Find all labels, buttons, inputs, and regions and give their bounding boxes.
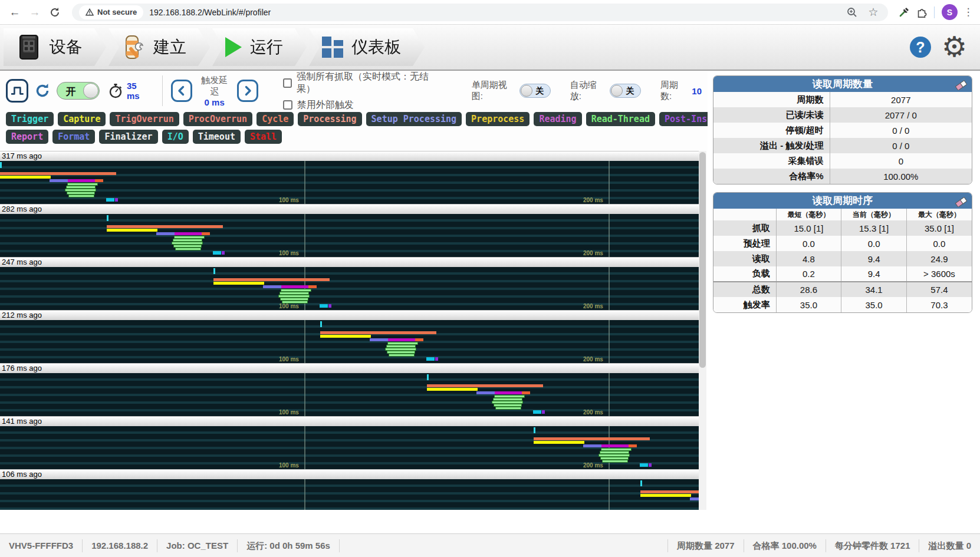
browser-toolbar: ← → Not secure 192.168.188.2/WebLink/#/p… xyxy=(0,0,980,25)
trigger-bar xyxy=(427,374,429,380)
stats-panel: 读取周期数量 周期数2077已读/未读2077 / 0停顿/超时0 / 0溢出 … xyxy=(708,71,980,533)
row-label: 周期数 xyxy=(713,92,830,107)
row-value: 57.4 xyxy=(906,282,972,297)
legend-badge-timeout[interactable]: Timeout xyxy=(193,130,241,144)
help-button[interactable]: ? xyxy=(910,37,931,58)
bookmark-star-icon[interactable]: ☆ xyxy=(866,5,881,20)
row-label: 已读/未读 xyxy=(713,107,830,123)
time-gridline xyxy=(609,320,610,363)
strip-chart-area: 100 ms200 ms xyxy=(0,161,699,204)
row-value: 35.0 [1] xyxy=(906,220,972,236)
legend-badge-report[interactable]: Report xyxy=(6,130,48,144)
legend-badge-setup-processing[interactable]: Setup Processing xyxy=(366,112,462,126)
nav-tab-device[interactable]: 设备 xyxy=(4,28,106,66)
legend-badge-preprocess[interactable]: Preprocess xyxy=(466,112,530,126)
legend-badge-format[interactable]: Format xyxy=(52,130,95,144)
legend-badge-reading[interactable]: Reading xyxy=(534,112,581,126)
eraser-icon[interactable] xyxy=(955,79,968,95)
legend-badge-cycle[interactable]: Cycle xyxy=(256,112,294,126)
row-value: 0 / 0 xyxy=(830,123,972,138)
status-item: 每分钟零件数 1721 xyxy=(826,539,919,552)
row-value: 15.0 [1] xyxy=(776,220,841,236)
setup-processing-bar xyxy=(263,285,281,288)
table-row: 抓取15.0 [1]15.3 [1]35.0 [1] xyxy=(713,220,972,236)
reading-bar xyxy=(388,338,415,341)
cycle-bar xyxy=(534,437,650,440)
legend-badge-processing[interactable]: Processing xyxy=(298,112,361,126)
row-value: 24.9 xyxy=(906,251,972,266)
row-value: 0.2 xyxy=(776,266,841,282)
cycle-bar xyxy=(427,384,543,387)
refresh-button[interactable] xyxy=(34,83,51,99)
browser-menu-icon[interactable]: ⋮ xyxy=(962,6,974,18)
profiler-pulse-button[interactable] xyxy=(6,79,28,103)
single-cycle-toggle[interactable]: 关 xyxy=(519,84,551,98)
setup-processing-bar xyxy=(156,232,175,235)
time-gridline xyxy=(609,214,610,257)
run-icon xyxy=(225,37,242,57)
not-secure-chip[interactable]: Not secure xyxy=(79,5,143,19)
dashboard-icon xyxy=(322,37,343,58)
cycles-count-value[interactable]: 10 xyxy=(692,86,702,96)
zoom-icon[interactable] xyxy=(844,5,860,20)
settings-gear-icon[interactable]: ⚙ xyxy=(942,33,967,61)
legend-badge-trigger[interactable]: Trigger xyxy=(6,112,54,126)
single-cycle-state: 关 xyxy=(535,86,544,97)
row-label: 合格率% xyxy=(713,169,830,184)
row-label: 总数 xyxy=(713,282,776,297)
setup-processing-bar xyxy=(476,391,495,394)
legend-badge-i-o[interactable]: I/O xyxy=(162,130,189,144)
nav-tab-run[interactable]: 运行 xyxy=(212,28,307,66)
post-inspection-bar xyxy=(542,410,545,414)
charts-scrollbar[interactable] xyxy=(699,151,706,510)
io-bar xyxy=(640,463,648,467)
time-gridline xyxy=(304,320,305,363)
extensions-icon[interactable] xyxy=(914,5,929,20)
time-gridline-label: 100 ms xyxy=(279,409,299,416)
profile-avatar[interactable]: S xyxy=(942,4,958,20)
row-label: 停顿/超时 xyxy=(713,123,830,138)
status-item: 周期数量 2077 xyxy=(667,539,744,552)
color-picker-icon[interactable] xyxy=(896,5,912,20)
status-item: 运行: 0d 0h 59m 56s xyxy=(238,539,340,552)
read-thread-bar xyxy=(495,407,521,410)
force-capture-checkbox[interactable] xyxy=(283,78,292,88)
back-button[interactable]: ← xyxy=(6,4,24,21)
legend-badge-procoverrun[interactable]: ProcOverrun xyxy=(183,112,252,126)
eraser-icon[interactable] xyxy=(955,196,968,212)
row-value: 28.6 xyxy=(776,282,841,297)
processing-bar xyxy=(522,391,530,394)
legend-badge-read-thread[interactable]: Read-Thread xyxy=(586,112,655,126)
legend-badge-capture[interactable]: Capture xyxy=(58,112,106,126)
strip-chart-area: 100 ms200 ms xyxy=(0,214,699,257)
nav-tab-dashboard[interactable]: 仪表板 xyxy=(309,28,425,66)
timeline-strip: 247 ms ago100 ms200 ms xyxy=(0,257,699,310)
time-gridline xyxy=(609,161,610,204)
row-value: 9.4 xyxy=(841,266,907,282)
disable-external-trigger-checkbox[interactable] xyxy=(283,100,292,110)
reload-button[interactable] xyxy=(46,4,64,21)
row-value: 0.0 xyxy=(841,236,907,251)
nav-tab-setup[interactable]: 建立 xyxy=(108,28,210,66)
legend-badge-finalizer[interactable]: Finalizer xyxy=(99,130,157,144)
address-bar[interactable]: Not secure 192.168.188.2/WebLink/#/profi… xyxy=(72,4,888,21)
delay-increase-button[interactable] xyxy=(237,80,258,102)
cycle-bar xyxy=(0,172,116,175)
capture-bar xyxy=(427,388,478,391)
scrollbar-thumb[interactable] xyxy=(699,152,706,368)
post-inspection-bar xyxy=(328,304,331,308)
processing-bar xyxy=(95,179,103,182)
run-toggle[interactable]: 开 xyxy=(57,82,100,100)
app-navbar: 设备 建立 运行 仪表板 ? ⚙ xyxy=(0,25,980,71)
status-item: Job: OC_TEST xyxy=(157,539,238,552)
row-value: 0 xyxy=(830,153,972,169)
delay-decrease-button[interactable] xyxy=(171,80,192,102)
legend-badge-stall[interactable]: Stall xyxy=(245,130,282,144)
forward-button[interactable]: → xyxy=(26,4,44,21)
table-row: 溢出 - 触发/处理0 / 0 xyxy=(713,138,972,153)
row-label: 读取 xyxy=(713,251,776,266)
time-gridline-label: 200 ms xyxy=(583,303,603,309)
legend-badge-trigoverrun[interactable]: TrigOverrun xyxy=(110,112,179,126)
autoscale-toggle[interactable]: 关 xyxy=(610,84,642,98)
timeline-strip: 282 ms ago100 ms200 ms xyxy=(0,204,699,257)
